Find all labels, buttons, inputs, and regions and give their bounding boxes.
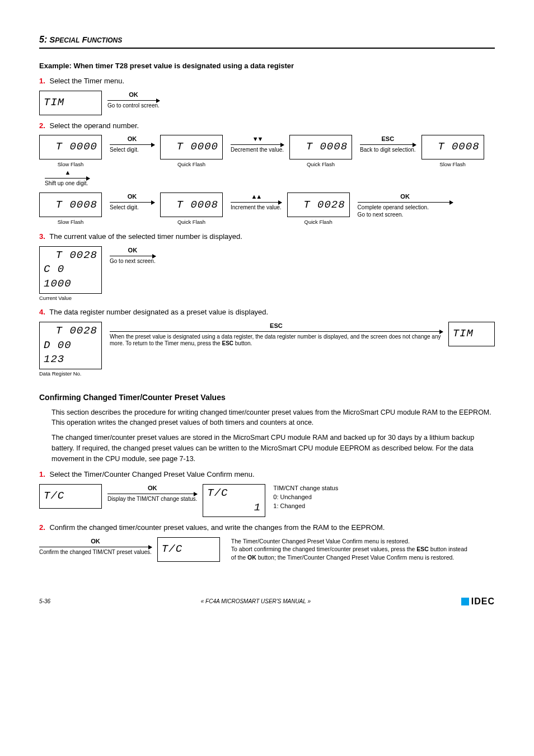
arrow-ok-confirm: OK Confirm the changed TIM/CNT preset va… — [39, 537, 152, 556]
idec-square-icon — [461, 598, 469, 605]
step-3: 3. The current value of the selected tim… — [39, 232, 495, 242]
section-p2: The changed timer/counter preset values … — [51, 433, 495, 464]
idec-text: IDEC — [471, 595, 495, 608]
arrow-icon — [110, 202, 154, 203]
caption-quick: Quick Flash — [177, 219, 205, 226]
status-0: 0: Unchanged — [273, 493, 338, 502]
step-text: Select the operand number. — [49, 121, 139, 130]
arrow-icon — [107, 100, 160, 101]
lcd-tc-status: T/C 1 — [203, 484, 265, 517]
step-text: Select the Timer menu. — [49, 77, 124, 85]
arrow-ok-2b: OK Select digit. — [110, 192, 154, 211]
ok-label: OK — [107, 91, 160, 99]
page-number: 5-36 — [39, 598, 50, 605]
step-num: 1. — [39, 470, 45, 478]
arrow-up1: ▲ Shift up one digit. — [45, 168, 90, 187]
caption-quick: Quick Flash — [177, 161, 205, 168]
arrow-ok-tc: OK Display the TIM/CNT change status. — [107, 484, 197, 503]
step-num: 2. — [39, 523, 45, 532]
idec-logo: IDEC — [461, 595, 495, 608]
lcd-t0008-c: T 0008 — [39, 192, 102, 217]
arrow-note: Back to digit selection. — [360, 147, 416, 154]
arrow-icon — [45, 178, 90, 179]
page-footer: 5-36 « FC4A MICROSMART USER'S MANUAL » I… — [39, 595, 495, 608]
example-title: Example: When timer T28 preset value is … — [39, 61, 495, 71]
step-text: Confirm the changed timer/counter preset… — [49, 523, 385, 532]
lcd-tim: TIM — [39, 91, 102, 115]
arrow-ok-2a: OK Select digit. — [110, 135, 154, 153]
ok-label: OK — [39, 537, 152, 546]
lcd-tc-restored: T/C — [157, 537, 220, 562]
step-text: The current value of the selected timer … — [49, 232, 242, 241]
caption-slow: Slow Flash — [439, 161, 465, 168]
arrow-note: Confirm the changed TIM/CNT preset value… — [39, 549, 152, 556]
ok-label: OK — [110, 135, 154, 143]
chapter-header: 5: SPECIAL FUNCTIONS — [39, 34, 495, 49]
lcd-t0008-a: T 0008 — [289, 135, 352, 159]
section-confirm-title: Confirming Changed Timer/Counter Preset … — [39, 392, 495, 403]
ok-label: OK — [110, 246, 156, 255]
arrow-icon — [358, 202, 453, 203]
lcd-t0008-d: T 0008 — [160, 192, 223, 217]
caption-quick: Quick Flash — [307, 161, 335, 168]
step-4: 4. The data register number designated a… — [39, 307, 495, 317]
arrow-note: Shift up one digit. — [45, 180, 90, 187]
step-2: 2. Select the operand number. — [39, 121, 495, 131]
arrow-icon — [231, 144, 284, 145]
arrow-icon — [39, 547, 152, 547]
arrow-up2: ▲▲ Increment the value. — [231, 192, 282, 211]
arrow-icon — [360, 144, 416, 145]
ok-label: OK — [110, 192, 154, 201]
step-num: 3. — [39, 232, 45, 241]
arrow-icon — [110, 331, 443, 332]
lcd-data-register: T 0028 D 00 123 — [39, 322, 102, 369]
arrow-note: Display the TIM/CNT change status. — [107, 496, 197, 503]
step-text: Select the Timer/Counter Changed Preset … — [49, 470, 254, 478]
current-value-label: Current Value — [39, 295, 72, 302]
lcd-t0000-b: T 0000 — [160, 135, 223, 159]
arrow-ok-complete: OK Complete operand selection. Go to nex… — [358, 192, 453, 218]
lcd-t0008-b: T 0008 — [421, 135, 484, 159]
status-1: 1: Changed — [273, 502, 338, 511]
restored-note: The Timer/Counter Changed Preset Value C… — [231, 537, 472, 562]
sect2-step-2: 2. Confirm the changed timer/counter pre… — [39, 523, 495, 533]
lcd-t0000-a: T 0000 — [39, 135, 102, 159]
caption-slow: Slow Flash — [58, 219, 83, 226]
status-legend: TIM/CNT change status 0: Unchanged 1: Ch… — [273, 484, 338, 511]
arrow-note: When the preset value is designated usin… — [110, 334, 443, 348]
arrow-note: Select digit. — [110, 147, 154, 154]
esc-label: ESC — [360, 135, 416, 143]
arrow-note: Select digit. — [110, 204, 154, 212]
arrow-note: Increment the value. — [231, 204, 282, 212]
section-p1: This section describes the procedure for… — [51, 407, 495, 429]
step-num: 4. — [39, 308, 45, 316]
arrow-ok-3: OK Go to next screen. — [110, 246, 156, 265]
step-num: 1. — [39, 77, 45, 85]
chapter-number: 5: — [39, 34, 47, 46]
manual-title: « FC4A MICROSMART USER'S MANUAL » — [201, 598, 311, 605]
arrow-ok-1: OK Go to control screen. — [107, 91, 160, 109]
up-icon: ▲▲ — [231, 192, 282, 201]
arrow-note: Decrement the value. — [231, 147, 284, 154]
esc-label: ESC — [110, 322, 443, 330]
arrow-note: Go to next screen. — [110, 258, 156, 265]
caption-slow: Slow Flash — [58, 161, 83, 168]
step-text: The data register number designated as a… — [49, 308, 268, 316]
lcd-tc: T/C — [39, 484, 102, 509]
lcd-current-value: T 0028 C 0 1000 — [39, 246, 102, 294]
up-icon: ▲ — [45, 168, 90, 177]
restored-line-1: The Timer/Counter Changed Preset Value C… — [231, 537, 472, 546]
step-num: 2. — [39, 121, 45, 130]
status-title: TIM/CNT change status — [273, 484, 338, 493]
arrow-icon — [107, 494, 197, 494]
arrow-icon — [110, 144, 154, 145]
sect2-step-1: 1. Select the Timer/Counter Changed Pres… — [39, 469, 495, 480]
arrow-icon — [231, 202, 282, 203]
arrow-note: Complete operand selection. Go to next s… — [358, 204, 453, 218]
arrow-esc-4: ESC When the preset value is designated … — [110, 322, 443, 348]
lcd-t0028-a: T 0028 — [287, 192, 350, 217]
data-register-label: Data Register No. — [39, 370, 82, 378]
step-1: 1. Select the Timer menu. — [39, 76, 495, 86]
ok-label: OK — [358, 192, 453, 201]
arrow-note: Go to control screen. — [107, 102, 160, 110]
